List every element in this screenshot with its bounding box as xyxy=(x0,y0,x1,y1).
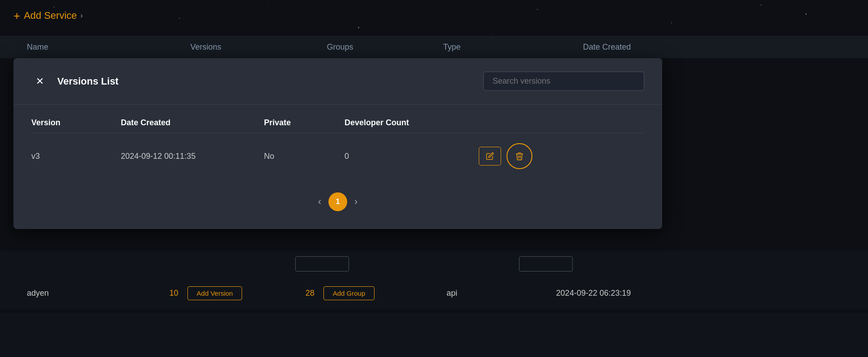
mini-input-1[interactable] xyxy=(295,256,349,272)
modal-col-header-version: Version xyxy=(31,118,121,128)
bg-row-below xyxy=(0,313,868,357)
plus-icon: + xyxy=(13,9,20,23)
adyen-row: adyen 10 Add Version 28 Add Group api 20… xyxy=(0,277,868,309)
chevron-icon: › xyxy=(81,12,83,20)
top-bar: + Add Service › xyxy=(0,0,868,31)
table-header: Name Versions Groups Type Date Created xyxy=(0,36,868,58)
bg-row-above xyxy=(0,251,868,277)
adyen-versions: 10 Add Version xyxy=(139,286,273,300)
adyen-versions-link[interactable]: 10 xyxy=(170,289,179,298)
modal-table: Version Date Created Private Developer C… xyxy=(13,105,662,179)
col-header-groups: Groups xyxy=(273,42,407,52)
edit-button[interactable] xyxy=(479,147,501,166)
pagination: ‹ 1 › xyxy=(13,192,662,211)
table-row: v3 2024-09-12 00:11:35 No 0 xyxy=(31,133,644,179)
modal-title: Versions List xyxy=(57,76,119,87)
modal-header: ✕ Versions List xyxy=(13,58,662,105)
adyen-type: api xyxy=(407,289,497,298)
row-devcount: 0 xyxy=(345,152,479,161)
modal-col-header-private: Private xyxy=(264,118,345,128)
modal-title-group: ✕ Versions List xyxy=(31,73,119,90)
edit-icon xyxy=(486,152,494,160)
add-service-button[interactable]: + Add Service › xyxy=(13,9,83,23)
add-group-button[interactable]: Add Group xyxy=(323,286,375,300)
search-versions-input[interactable] xyxy=(483,72,644,91)
row-actions xyxy=(479,143,644,169)
mini-input-2[interactable] xyxy=(519,256,573,272)
col-header-type: Type xyxy=(407,42,497,52)
adyen-name: adyen xyxy=(27,289,139,298)
prev-page-button[interactable]: ‹ xyxy=(318,196,321,208)
modal-col-header-devcount: Developer Count xyxy=(345,118,479,128)
adyen-groups: 28 Add Group xyxy=(273,286,407,300)
col-header-name: Name xyxy=(27,42,139,52)
adyen-date: 2024-09-22 06:23:19 xyxy=(497,289,631,298)
row-date: 2024-09-12 00:11:35 xyxy=(121,152,264,161)
modal-close-button[interactable]: ✕ xyxy=(31,73,48,90)
modal-actions-group xyxy=(479,143,644,169)
row-version: v3 xyxy=(31,152,121,161)
col-header-versions: Versions xyxy=(139,42,273,52)
trash-icon xyxy=(515,152,524,161)
add-version-button[interactable]: Add Version xyxy=(187,286,243,300)
row-private: No xyxy=(264,152,345,161)
next-page-button[interactable]: › xyxy=(354,196,357,208)
modal-col-header-date: Date Created xyxy=(121,118,264,128)
col-header-date: Date Created xyxy=(497,42,631,52)
delete-button[interactable] xyxy=(506,143,532,169)
versions-list-modal: ✕ Versions List Version Date Created Pri… xyxy=(13,58,662,229)
modal-table-header: Version Date Created Private Developer C… xyxy=(31,118,644,133)
add-service-label: Add Service xyxy=(24,10,77,21)
adyen-groups-link[interactable]: 28 xyxy=(306,289,315,298)
current-page-indicator[interactable]: 1 xyxy=(328,192,347,211)
